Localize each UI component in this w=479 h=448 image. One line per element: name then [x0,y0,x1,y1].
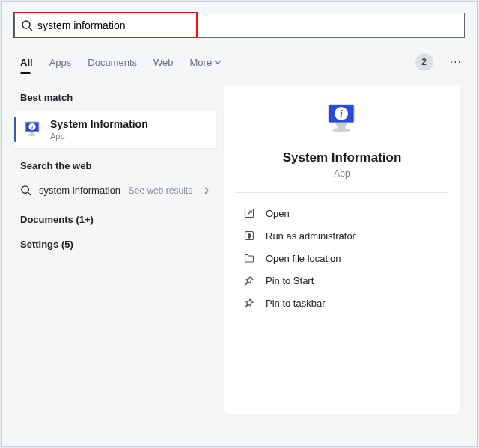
svg-point-11 [332,128,350,132]
result-count-badge[interactable]: 2 [415,53,433,71]
selection-accent [14,117,16,142]
pin-icon [243,274,255,286]
tab-web[interactable]: Web [153,57,174,68]
svg-point-6 [22,186,28,193]
svg-line-7 [28,192,31,195]
action-open-location[interactable]: Open file location [239,247,445,269]
tab-more-label: More [190,57,213,68]
actions-list: Open Run as administrator Open file loca… [236,202,448,314]
search-icon [20,185,31,196]
best-match-subtitle: App [50,132,148,141]
best-match-header: Best match [20,92,212,103]
action-run-admin-label: Run as administrator [266,230,356,242]
action-run-admin[interactable]: Run as administrator [239,224,445,247]
system-information-app-icon-large: i [323,101,361,138]
chevron-right-icon [203,187,210,194]
action-open-location-label: Open file location [266,253,341,264]
action-open-label: Open [266,208,290,219]
tab-more[interactable]: More [190,57,222,68]
search-icon [21,19,33,31]
folder-icon [243,252,255,264]
pin-icon [243,297,255,309]
open-icon [243,207,255,219]
more-options-icon[interactable]: ··· [450,55,462,69]
admin-shield-icon [243,230,255,242]
tab-all[interactable]: All [20,57,33,68]
best-match-item[interactable]: i System Information App [14,111,216,148]
results-column: Best match i System Information App [2,85,218,414]
settings-category[interactable]: Settings (5) [14,227,218,251]
panel-title: System Information [283,150,402,165]
tab-documents[interactable]: Documents [88,57,137,68]
tab-apps[interactable]: Apps [49,57,72,68]
action-pin-start[interactable]: Pin to Start [239,269,445,292]
panel-subtitle: App [334,168,350,179]
action-pin-taskbar-label: Pin to taskbar [266,298,326,309]
svg-text:i: i [340,108,343,120]
action-pin-taskbar[interactable]: Pin to taskbar [239,292,445,314]
svg-point-5 [28,134,37,136]
action-pin-start-label: Pin to Start [266,275,314,286]
best-match-title: System Information [50,118,148,130]
search-input[interactable] [33,19,458,31]
svg-line-1 [29,28,32,31]
content-area: Best match i System Information App [2,77,477,414]
best-match-text: System Information App [50,118,148,141]
svg-text:i: i [31,125,33,131]
search-the-web-header: Search the web [20,160,212,171]
action-open[interactable]: Open [239,202,445,224]
filter-tabs: All Apps Documents Web More 2 ··· [2,38,477,77]
system-information-app-icon: i [23,120,43,139]
search-bar-container [2,2,477,38]
web-query-text: system information [39,185,120,196]
web-hint-text: - See web results [120,185,192,196]
web-result-item[interactable]: system information - See web results [14,179,218,202]
chevron-down-icon [214,58,222,66]
start-search-window: All Apps Documents Web More 2 ··· Best m… [1,1,478,447]
web-result-text: system information - See web results [39,185,192,196]
search-bar[interactable] [14,13,465,38]
svg-point-0 [22,21,30,28]
details-panel: i System Information App Open [224,85,460,414]
documents-category[interactable]: Documents (1+) [14,202,218,227]
separator [236,192,448,193]
